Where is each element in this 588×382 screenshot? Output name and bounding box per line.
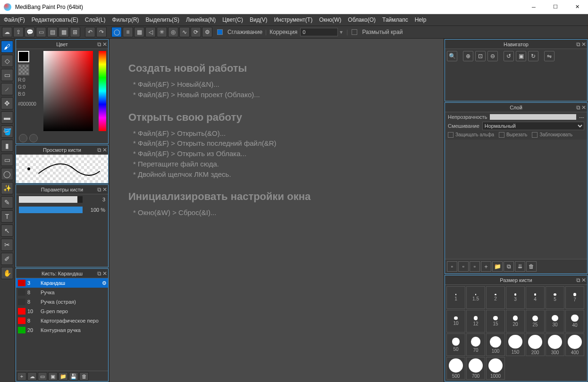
correction-input[interactable] [300,28,338,36]
close-icon[interactable]: ✕ [102,270,107,277]
comment-button[interactable]: ▭ [36,27,46,37]
brush-list-item[interactable]: 8 Ручка (острая) [16,297,108,307]
zoom-plus-icon[interactable]: ⊕ [463,51,473,61]
layer-dup-icon[interactable]: ⧉ [504,261,514,272]
curve-snap-button[interactable]: ∿ [179,27,190,37]
layer-merge-icon[interactable]: ⇊ [515,261,525,272]
shape-tool[interactable]: ▭ [1,69,13,81]
menu-tool[interactable]: Инструмент(T) [274,17,313,23]
brush-size-cell[interactable]: 7 [565,286,584,309]
zoom-fit-icon[interactable]: ⊡ [475,51,486,61]
gear-icon[interactable]: ⚙ [101,280,108,286]
brush-size-cell[interactable]: 400 [565,333,584,356]
popout-icon[interactable]: ⧉ [97,147,101,153]
brush-size-cell[interactable]: 700 [466,357,485,380]
brush-size-cell[interactable]: 50 [446,333,465,356]
layer-folder-icon[interactable]: 📁 [492,261,503,272]
cloud-button[interactable]: ☁ [2,27,12,37]
layer-new3-icon[interactable]: ▫ [470,261,480,272]
rotate-ccw-icon[interactable]: ↺ [504,51,514,61]
brush-delete-icon[interactable]: 🗑 [79,372,89,381]
brush-size-cell[interactable]: 100 [486,333,505,356]
maximize-button[interactable]: ☐ [545,0,566,14]
brush-list-item[interactable]: 20 Контурная ручка [16,325,108,335]
palette-alt-icon[interactable] [29,134,38,142]
foreground-swatch[interactable] [18,51,29,62]
canvas-area[interactable]: Создать новой работы * Файл(&F) > Новый(… [109,39,444,382]
flip-icon[interactable]: ⇋ [544,51,554,61]
brush-list-item[interactable]: 3 Карандаш ⚙ [16,278,108,288]
brush-list[interactable]: 3 Карандаш ⚙ 8 Ручка 8 Ручка (острая) 10… [16,278,108,371]
brush-size-cell[interactable]: 30 [546,310,564,332]
menu-window[interactable]: Окно(W) [319,17,341,23]
menu-ruler[interactable]: Линейка(N) [186,17,216,23]
popout-icon[interactable]: ⧉ [576,277,580,283]
layer-new-icon[interactable]: ▫ [447,261,457,272]
eyedropper-tool[interactable]: ✐ [1,253,13,265]
select-rect-tool[interactable]: ▭ [1,154,13,166]
menu-help[interactable]: Help [415,17,427,23]
popout-icon[interactable]: ⧉ [576,41,580,48]
navigator-view[interactable] [445,63,587,101]
brush-list-item[interactable]: 8 Ручка [16,288,108,297]
brush-group-icon[interactable]: ▣ [48,372,58,381]
rotate-reset-icon[interactable]: ▣ [516,51,526,61]
brush-size-cell[interactable]: 300 [546,333,564,356]
settings-button[interactable]: ⚙ [202,27,212,37]
brush-size-cell[interactable]: 200 [526,333,545,356]
rotate-cw-icon[interactable]: ↻ [528,51,538,61]
popout-icon[interactable]: ⧉ [97,186,101,193]
palette-icon[interactable] [19,134,27,142]
brush-save-icon[interactable]: 💾 [69,372,78,381]
brush-size-cell[interactable]: 1000 [486,357,505,380]
parallel-snap-button[interactable]: ≡ [123,27,133,37]
layer-add-icon[interactable]: ＋ [481,261,491,272]
brush-size-cell[interactable]: 20 [506,310,525,332]
menu-select[interactable]: Выделить(S) [146,17,179,23]
brush-folder-icon[interactable]: 📁 [59,372,68,381]
doc-button[interactable]: ▤ [47,27,58,37]
brush-size-cell[interactable]: 5 [546,286,564,309]
eraser-tool[interactable]: ◇ [1,55,13,67]
close-icon[interactable]: ✕ [102,186,107,193]
radial-snap-button[interactable]: ✳ [157,27,167,37]
close-icon[interactable]: ✕ [581,41,586,48]
minimize-button[interactable]: ─ [523,0,545,14]
close-icon[interactable]: ✕ [102,147,107,153]
brush-cloud-icon[interactable]: ☁ [27,372,37,381]
clipping-checkbox[interactable] [499,132,504,138]
hand-tool[interactable]: ✋ [1,267,13,279]
brush-size-cell[interactable]: 2 [486,286,505,309]
color-square[interactable] [43,51,93,131]
brush-size-cell[interactable]: 15 [486,310,505,332]
menu-cloud[interactable]: Облако(O) [348,17,376,23]
brush-size-cell[interactable]: 3 [506,286,525,309]
panel-button[interactable]: ▦ [59,27,69,37]
size-slider[interactable] [19,196,83,203]
chat-button[interactable]: 💬 [25,27,35,37]
layer-list[interactable] [445,140,587,259]
pen-select-tool[interactable]: ✎ [1,196,13,208]
move-tool[interactable]: ✥ [1,97,13,109]
menu-filter[interactable]: Фильтр(R) [112,17,139,23]
hue-slider[interactable] [99,51,106,131]
blend-select[interactable]: Нормальный [482,122,584,130]
share-button[interactable]: ⇪ [13,27,24,37]
blur-edge-checkbox[interactable] [352,29,357,35]
brush-size-cell[interactable]: 1 [446,286,465,309]
brush-size-cell[interactable]: 4 [526,286,545,309]
brush-size-cell[interactable]: 500 [446,357,465,380]
fill-tool[interactable]: ▬ [1,111,13,124]
popout-icon[interactable]: ⧉ [97,41,101,48]
layer-new2-icon[interactable]: ▫ [458,261,469,272]
menu-edit[interactable]: Редактировать(E) [32,17,78,23]
bucket-tool[interactable]: 🪣 [1,125,13,138]
menu-view[interactable]: Вид(V) [250,17,268,23]
layer-opacity-slider[interactable] [490,114,576,120]
brush-size-cell[interactable]: 12 [466,310,485,332]
layer-delete-icon[interactable]: 🗑 [526,261,537,272]
menu-file[interactable]: Файл(F) [4,17,25,23]
concentric-snap-button[interactable]: ◎ [168,27,178,37]
brush-dup-icon[interactable]: ▭ [38,372,47,381]
brush-size-cell[interactable]: 1.5 [466,286,485,309]
